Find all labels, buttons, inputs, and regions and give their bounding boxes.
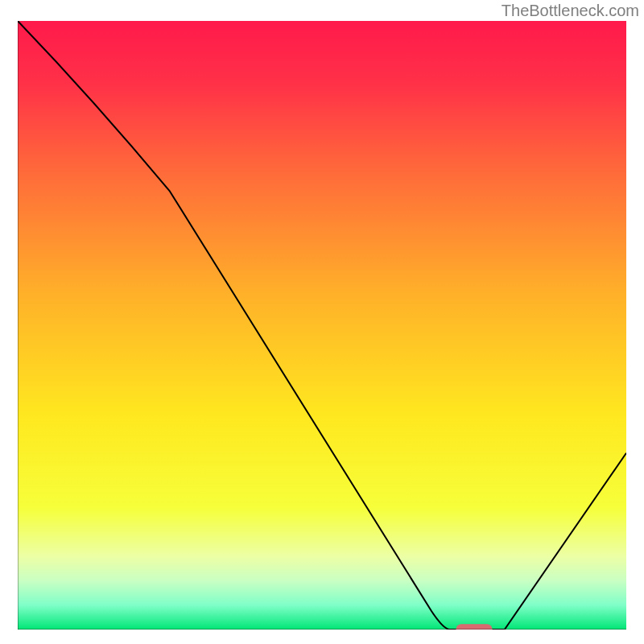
attribution-text: TheBottleneck.com [502, 2, 639, 20]
chart-background [18, 21, 626, 630]
bottleneck-chart [18, 21, 626, 630]
optimal-marker [456, 624, 492, 630]
chart-svg [18, 21, 626, 630]
